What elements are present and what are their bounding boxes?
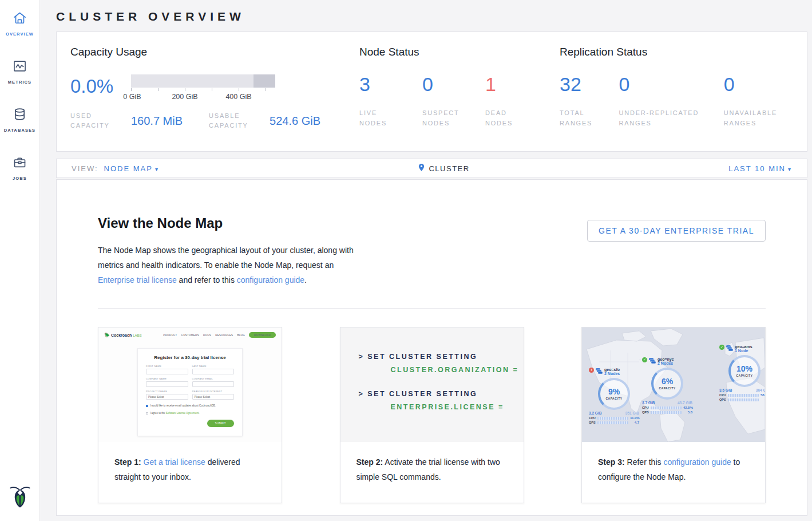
used-capacity-value: 160.7 MiB	[131, 115, 183, 128]
capacity-gauge-bar	[131, 74, 275, 88]
under-replicated-ranges-value: 0	[619, 74, 702, 94]
configuration-guide-link[interactable]: configuration guide	[663, 457, 731, 467]
site-nav-item: DOCS	[203, 334, 211, 337]
suspect-nodes-label: SUSPECT NODES	[422, 108, 464, 128]
app-root: OVERVIEW METRICS DATABASES	[0, 0, 812, 521]
sidebar-item-overview[interactable]: OVERVIEW	[0, 8, 39, 39]
cpu-bar	[728, 394, 759, 397]
node-map-preview: ! geo=sfo 2 Nodes 9% CAPACITY	[582, 327, 765, 442]
cpu-bar	[597, 417, 628, 420]
sidebar-item-label: METRICS	[8, 80, 31, 85]
qps-bar	[728, 398, 759, 401]
view-bar: VIEW: NODE MAP▾ CLUSTER LAST 10 MIN▾	[56, 159, 807, 178]
site-nav-item: CUSTOMERS	[181, 334, 199, 337]
configuration-guide-link[interactable]: configuration guide	[237, 275, 304, 285]
healthy-badge-icon: ✓	[719, 345, 724, 350]
node-status-section: Node Status 3 LIVE NODES 0 SUSPECT NODES…	[359, 46, 560, 135]
node-map-heading: View the Node Map	[98, 215, 367, 231]
agree-checkbox	[146, 412, 148, 415]
step1-card: 🪲 Cockroach LABS PRODUCT CUSTOMERS DOCS …	[98, 327, 282, 503]
sidebar-item-label: DATABASES	[4, 128, 35, 133]
main-content: CLUSTER OVERVIEW Capacity Usage 0.0%	[40, 0, 812, 521]
step3-card: ! geo=sfo 2 Nodes 9% CAPACITY	[581, 327, 766, 503]
get-trial-license-link[interactable]: Get a trial license	[144, 457, 205, 467]
live-nodes-label: LIVE NODES	[359, 108, 401, 128]
sql-setting: ENTERPRISE.LICENSE =	[391, 403, 524, 411]
live-nodes-stat: 3 LIVE NODES	[359, 74, 401, 128]
reason-select: Please Select	[192, 394, 235, 400]
replication-status-title: Replication Status	[560, 46, 807, 58]
sidebar-item-jobs[interactable]: JOBS	[0, 152, 39, 183]
sidebar-item-label: JOBS	[13, 176, 27, 181]
form-title: Register for a 30-day trial license	[146, 355, 234, 360]
enterprise-trial-button[interactable]: GET A 30-DAY ENTERPRISE TRIAL	[587, 220, 766, 242]
step1-caption: Step 1: Get a trial license delivered st…	[98, 442, 282, 497]
time-range-dropdown[interactable]: LAST 10 MIN▾	[728, 164, 792, 173]
node-stack-icon	[726, 345, 733, 352]
capacity-usage-title: Capacity Usage	[70, 46, 359, 58]
company-name-field	[146, 381, 188, 387]
locality-widget-sfo[interactable]: ! geo=sfo 2 Nodes 9% CAPACITY	[589, 368, 639, 424]
locality-name: geo=sfo	[604, 368, 620, 372]
view-label: VIEW:	[72, 164, 98, 173]
sql-commands-snippet: > SET CLUSTER SETTING CLUSTER.ORGANIZATI…	[340, 327, 524, 442]
trial-registration-form: Register for a 30-day trial license FIRS…	[137, 348, 243, 436]
database-icon	[12, 106, 27, 124]
capacity-ring-gauge: 10% CAPACITY	[728, 355, 760, 387]
qps-bar	[651, 411, 682, 414]
suspect-nodes-stat: 0 SUSPECT NODES	[422, 74, 464, 128]
dead-nodes-value: 1	[485, 74, 526, 94]
unavailable-ranges-stat: 0 UNAVAILABLE RANGES	[724, 74, 785, 128]
error-badge-icon: !	[589, 368, 594, 373]
node-map-panel: View the Node Map The Node Map shows the…	[56, 179, 807, 516]
total-ranges-value: 32	[560, 74, 597, 94]
sidebar-item-label: OVERVIEW	[6, 31, 34, 37]
locality-widget-ams[interactable]: ✓ geo=ams 1 Node 10% CAPACITY	[719, 345, 765, 401]
locality-widget-nyc[interactable]: ✓ geo=nyc 2 Nodes 6% CAPACITY	[642, 357, 692, 414]
cpu-bar	[651, 406, 682, 409]
breadcrumb-cluster: CLUSTER	[429, 164, 469, 173]
first-name-field	[146, 369, 188, 374]
sidebar-item-databases[interactable]: DATABASES	[0, 104, 39, 135]
step2-card: > SET CLUSTER SETTING CLUSTER.ORGANIZATI…	[340, 327, 524, 503]
map-pin-icon	[418, 163, 425, 173]
capacity-ring-gauge: 6% CAPACITY	[651, 368, 683, 400]
unavailable-ranges-value: 0	[724, 74, 785, 94]
capacity-gauge-tick-labels: 0 GiB 200 GiB 400 GiB	[131, 93, 275, 102]
view-selector-dropdown[interactable]: NODE MAP▾	[104, 164, 159, 173]
license-agreement-link: Software License Agreement.	[166, 412, 200, 415]
page-title: CLUSTER OVERVIEW	[56, 0, 807, 31]
sidebar: OVERVIEW METRICS DATABASES	[0, 0, 40, 521]
trial-license-site-thumbnail: 🪲 Cockroach LABS PRODUCT CUSTOMERS DOCS …	[98, 327, 282, 442]
node-stack-icon	[596, 368, 603, 374]
sql-command: > SET CLUSTER SETTING	[359, 390, 524, 398]
site-download-button: DOWNLOAD	[249, 332, 276, 338]
enterprise-trial-license-link[interactable]: Enterprise trial license	[98, 275, 177, 285]
capacity-ring-gauge: 9% CAPACITY	[598, 378, 630, 410]
form-submit-button: SUBMIT	[207, 420, 234, 427]
node-status-title: Node Status	[359, 46, 560, 58]
step2-caption: Step 2: Activate the trial license with …	[340, 442, 524, 497]
metrics-chart-icon	[12, 58, 27, 76]
total-ranges-label: TOTAL RANGES	[560, 108, 597, 128]
usable-capacity-label: USABLE CAPACITY	[209, 111, 262, 131]
step3-caption: Step 3: Refer this configuration guide t…	[582, 442, 765, 497]
healthy-badge-icon: ✓	[642, 357, 647, 362]
capacity-gauge: 0 GiB 200 GiB 400 GiB	[131, 74, 275, 102]
capacity-usage-section: Capacity Usage 0.0% 0 GiB 200 Gi	[70, 46, 359, 135]
under-replicated-ranges-stat: 0 UNDER-REPLICATED RANGES	[619, 74, 702, 128]
usable-capacity-value: 524.6 GiB	[270, 115, 320, 128]
dead-nodes-stat: 1 DEAD NODES	[485, 74, 526, 128]
site-nav-item: BLOG	[237, 334, 245, 337]
divider	[98, 308, 766, 309]
sidebar-item-metrics[interactable]: METRICS	[0, 56, 39, 87]
cluster-summary-panel: Capacity Usage 0.0% 0 GiB 200 Gi	[56, 31, 807, 152]
site-nav-item: PRODUCT	[163, 334, 177, 337]
last-name-field	[192, 369, 235, 374]
node-stack-icon	[649, 357, 656, 364]
dead-nodes-label: DEAD NODES	[485, 108, 526, 128]
unavailable-ranges-label: UNAVAILABLE RANGES	[724, 108, 785, 128]
cockroach-labs-logo-icon: 🪲	[104, 333, 110, 338]
cockroachdb-logo	[9, 484, 31, 511]
locality-node-count: 2 Nodes	[604, 372, 620, 376]
